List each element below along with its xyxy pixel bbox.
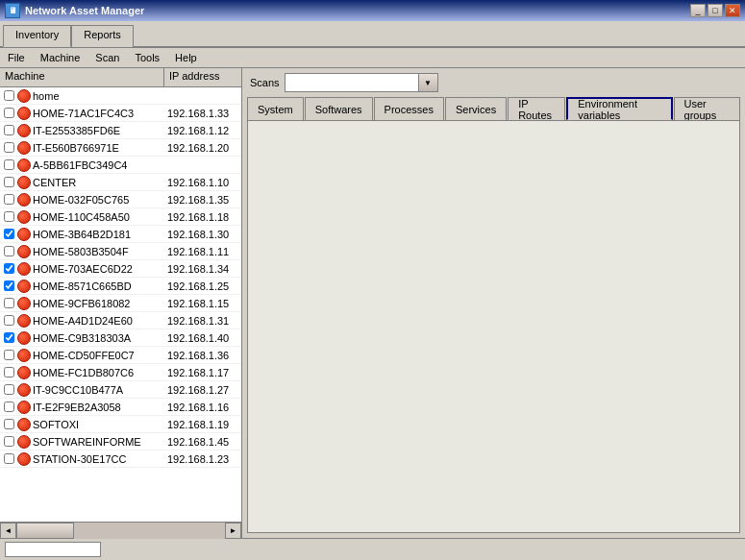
row-checkbox[interactable] — [0, 108, 17, 118]
status-icon — [17, 280, 31, 293]
row-checkbox[interactable] — [0, 315, 17, 326]
machine-list: homeHOME-71AC1FC4C3192.168.1.33IT-E25533… — [0, 87, 241, 522]
row-checkbox[interactable] — [0, 211, 17, 222]
row-checkbox[interactable] — [0, 436, 17, 447]
table-row[interactable]: HOME-C9B318303A192.168.1.40 — [0, 329, 241, 347]
table-row[interactable]: HOME-9CFB618082192.168.1.15 — [0, 295, 241, 312]
menu-help[interactable]: Help — [167, 50, 205, 65]
table-row[interactable]: HOME-71AC1FC4C3192.168.1.33 — [0, 105, 241, 122]
row-checkbox[interactable] — [0, 177, 17, 187]
row-checkbox[interactable] — [0, 419, 17, 429]
right-top: Scans ▼ — [242, 68, 745, 97]
main-content: Machine IP address homeHOME-71AC1FC4C319… — [0, 68, 745, 538]
machine-ip: 192.168.1.40 — [164, 332, 241, 344]
tab-softwares[interactable]: Softwares — [305, 97, 373, 120]
machine-ip: 192.168.1.16 — [164, 402, 241, 413]
machine-name: HOME-110C458A50 — [33, 211, 164, 223]
status-icon — [17, 452, 31, 466]
horizontal-scrollbar[interactable]: ◄ ► — [0, 522, 241, 538]
machine-name: CENTER — [33, 177, 164, 188]
machine-name: HOME-A4D1D24E60 — [33, 315, 164, 327]
table-row[interactable]: IT-E560B766971E192.168.1.20 — [0, 139, 241, 157]
tab-services[interactable]: Services — [445, 97, 507, 120]
table-row[interactable]: HOME-FC1DB807C6192.168.1.17 — [0, 364, 241, 381]
status-icon — [17, 158, 31, 172]
table-row[interactable]: STATION-30E17CC192.168.1.23 — [0, 450, 241, 468]
machine-name: IT-E2553385FD6E — [33, 125, 164, 136]
minimize-button[interactable]: _ — [690, 4, 706, 17]
close-button[interactable]: ✕ — [725, 4, 740, 17]
table-row[interactable]: HOME-3B64B2D181192.168.1.30 — [0, 226, 241, 243]
tab-processes[interactable]: Processes — [374, 97, 444, 120]
row-checkbox[interactable] — [0, 194, 17, 205]
tab-reports[interactable]: Reports — [71, 25, 134, 47]
tab-envvars[interactable]: Environment variables — [566, 97, 672, 120]
table-row[interactable]: SOFTWAREINFORME192.168.1.45 — [0, 433, 241, 450]
table-row[interactable]: HOME-032F05C765192.168.1.35 — [0, 191, 241, 208]
row-checkbox[interactable] — [0, 280, 17, 291]
table-row[interactable]: HOME-110C458A50192.168.1.18 — [0, 208, 241, 226]
tab-usergroups[interactable]: User groups — [674, 97, 740, 120]
row-checkbox[interactable] — [0, 367, 17, 377]
machine-ip: 192.168.1.27 — [164, 384, 241, 396]
row-checkbox[interactable] — [0, 332, 17, 343]
row-checkbox[interactable] — [0, 350, 17, 360]
scroll-thumb[interactable] — [16, 523, 74, 539]
row-checkbox[interactable] — [0, 142, 17, 153]
machine-name: STATION-30E17CC — [33, 453, 164, 465]
row-checkbox[interactable] — [0, 229, 17, 239]
scroll-right-btn[interactable]: ► — [225, 523, 241, 539]
table-row[interactable]: HOME-A4D1D24E60192.168.1.31 — [0, 312, 241, 329]
menu-tools[interactable]: Tools — [127, 50, 167, 65]
row-checkbox[interactable] — [0, 125, 17, 135]
main-tabs: Inventory Reports — [0, 21, 745, 48]
scans-dropdown-arrow[interactable]: ▼ — [418, 74, 437, 91]
machine-ip: 192.168.1.23 — [164, 453, 241, 465]
row-checkbox[interactable] — [0, 453, 17, 464]
list-header: Machine IP address — [0, 68, 241, 87]
row-checkbox[interactable] — [0, 90, 17, 101]
row-checkbox[interactable] — [0, 384, 17, 395]
machine-ip: 192.168.1.36 — [164, 350, 241, 361]
machine-name: HOME-5803B3504F — [33, 246, 164, 257]
machine-name: A-5BB61FBC349C4 — [33, 159, 164, 171]
table-row[interactable]: HOME-8571C665BD192.168.1.25 — [0, 278, 241, 295]
table-row[interactable]: HOME-CD50FFE0C7192.168.1.36 — [0, 347, 241, 364]
tab-iproutes[interactable]: IP Routes — [508, 97, 565, 120]
menu-scan[interactable]: Scan — [87, 50, 127, 65]
scroll-left-btn[interactable]: ◄ — [0, 523, 16, 539]
table-row[interactable]: home — [0, 87, 241, 105]
machine-name: IT-9C9CC10B477A — [33, 384, 164, 396]
tab-inventory[interactable]: Inventory — [3, 25, 71, 47]
machine-name: SOFTOXI — [33, 419, 164, 430]
row-checkbox[interactable] — [0, 246, 17, 256]
machine-name: HOME-3B64B2D181 — [33, 229, 164, 240]
scroll-track[interactable] — [16, 523, 225, 539]
status-icon — [17, 383, 31, 397]
row-checkbox[interactable] — [0, 402, 17, 412]
table-row[interactable]: HOME-5803B3504F192.168.1.11 — [0, 243, 241, 260]
title-bar-buttons: _ □ ✕ — [690, 4, 740, 17]
maximize-button[interactable]: □ — [708, 4, 723, 17]
header-machine: Machine — [0, 68, 164, 86]
tab-system[interactable]: System — [247, 97, 304, 120]
machine-name: IT-E560B766971E — [33, 142, 164, 154]
machine-ip: 192.168.1.19 — [164, 419, 241, 430]
scans-dropdown[interactable]: ▼ — [285, 73, 438, 92]
table-row[interactable]: IT-E2F9EB2A3058192.168.1.16 — [0, 399, 241, 416]
menu-machine[interactable]: Machine — [33, 50, 88, 65]
header-ip: IP address — [164, 68, 241, 86]
status-icon — [17, 141, 31, 155]
table-row[interactable]: A-5BB61FBC349C4 — [0, 157, 241, 174]
table-row[interactable]: SOFTOXI192.168.1.19 — [0, 416, 241, 433]
status-icon — [17, 366, 31, 379]
machine-name: HOME-C9B318303A — [33, 332, 164, 344]
table-row[interactable]: CENTER192.168.1.10 — [0, 174, 241, 191]
menu-file[interactable]: File — [0, 50, 33, 65]
row-checkbox[interactable] — [0, 263, 17, 274]
table-row[interactable]: IT-E2553385FD6E192.168.1.12 — [0, 122, 241, 139]
row-checkbox[interactable] — [0, 298, 17, 308]
table-row[interactable]: IT-9C9CC10B477A192.168.1.27 — [0, 381, 241, 399]
row-checkbox[interactable] — [0, 159, 17, 170]
table-row[interactable]: HOME-703AEC6D22192.168.1.34 — [0, 260, 241, 278]
